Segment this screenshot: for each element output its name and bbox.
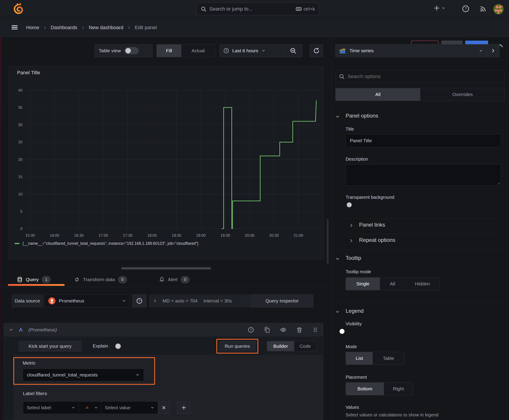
legend-mode-table[interactable]: Table bbox=[373, 352, 404, 365]
refresh-button[interactable] bbox=[310, 44, 323, 57]
collapse-options-pane-button[interactable] bbox=[487, 45, 499, 57]
metric-value: cloudflared_tunnel_total_requests bbox=[27, 372, 132, 378]
transform-icon bbox=[74, 277, 80, 283]
keyboard-icon bbox=[296, 6, 302, 12]
news-rss-icon[interactable] bbox=[479, 5, 487, 13]
panel-links-row[interactable]: Panel links bbox=[359, 222, 385, 228]
datasource-label-chip: Data source bbox=[12, 294, 43, 307]
chevron-down-icon bbox=[72, 406, 75, 409]
pane-divider[interactable] bbox=[332, 37, 332, 420]
options-tab-overrides[interactable]: Overrides bbox=[420, 88, 505, 101]
tab-transform-data[interactable]: Transform data 0 bbox=[74, 272, 127, 287]
tooltip-mode-all[interactable]: All bbox=[380, 278, 405, 290]
menu-hamburger-icon[interactable] bbox=[11, 23, 18, 31]
avatar[interactable] bbox=[493, 4, 504, 14]
options-search-input[interactable] bbox=[348, 74, 501, 79]
tooltip-chevron-icon[interactable] bbox=[335, 257, 340, 261]
scrollbar-thumb[interactable] bbox=[327, 219, 328, 264]
tab-alert[interactable]: Alert 0 bbox=[159, 272, 190, 287]
help-icon[interactable]: ? bbox=[462, 5, 470, 13]
expand-options-chevron-icon[interactable] bbox=[153, 299, 157, 303]
legend-values-label: Values bbox=[346, 405, 359, 410]
add-filter-button[interactable] bbox=[177, 401, 190, 414]
tooltip-mode-single[interactable]: Single bbox=[346, 278, 380, 290]
nav-divider bbox=[453, 6, 454, 12]
legend-placement-bottom[interactable]: Bottom bbox=[346, 382, 384, 395]
pane-resize-handle[interactable] bbox=[121, 267, 211, 270]
panel-links-chevron-icon[interactable] bbox=[349, 224, 353, 227]
svg-text:?: ? bbox=[464, 7, 467, 11]
svg-text:?: ? bbox=[138, 299, 140, 303]
query-datasource-hint: (Prometheus) bbox=[28, 327, 57, 332]
repeat-options-row[interactable]: Repeat options bbox=[359, 237, 395, 243]
chevron-right-icon bbox=[43, 26, 47, 29]
options-search bbox=[335, 70, 505, 83]
collapse-query-chevron-icon[interactable] bbox=[9, 328, 13, 332]
search-icon bbox=[201, 6, 206, 12]
code-mode[interactable]: Code bbox=[294, 341, 316, 351]
svg-text:40: 40 bbox=[18, 88, 23, 92]
legend-mode-list[interactable]: List bbox=[346, 352, 373, 365]
legend-placement-right[interactable]: Right bbox=[384, 382, 413, 395]
time-range-label: Last 6 hours bbox=[232, 48, 258, 53]
label-filter-select-value[interactable]: Select value bbox=[101, 401, 158, 414]
breadcrumb-new-dashboard[interactable]: New dashboard bbox=[89, 25, 123, 30]
add-button[interactable] bbox=[433, 5, 445, 11]
search-input[interactable] bbox=[209, 6, 293, 12]
resize-corner-icon bbox=[497, 181, 500, 185]
remove-filter-button[interactable] bbox=[158, 401, 170, 414]
svg-text:19:00: 19:00 bbox=[196, 233, 206, 238]
chevron-down-icon bbox=[151, 406, 154, 409]
grafana-logo[interactable] bbox=[12, 3, 25, 15]
panel-title-input[interactable] bbox=[346, 134, 501, 147]
fill-option[interactable]: Fill bbox=[157, 45, 181, 57]
datasource-help-button[interactable]: ? bbox=[132, 294, 146, 307]
duplicate-query-icon[interactable] bbox=[264, 327, 270, 333]
datasource-picker[interactable]: Prometheus bbox=[44, 294, 130, 307]
hide-response-eye-icon[interactable] bbox=[280, 327, 286, 333]
bell-icon bbox=[159, 277, 165, 283]
svg-text:35: 35 bbox=[18, 105, 23, 110]
metric-select[interactable]: cloudflared_tunnel_total_requests bbox=[23, 369, 144, 381]
panel-options-chevron-icon[interactable] bbox=[335, 114, 340, 119]
table-view-toggle[interactable] bbox=[124, 47, 139, 54]
legend-header[interactable]: Legend bbox=[346, 308, 364, 314]
query-inspector-button[interactable]: Query inspector bbox=[251, 294, 313, 307]
section-divider bbox=[332, 302, 509, 303]
svg-text:17:00: 17:00 bbox=[99, 233, 108, 238]
tooltip-mode-switch: Single All Hidden bbox=[346, 277, 440, 290]
legend-item[interactable]: {__name__="cloudflared_tunnel_total_requ… bbox=[15, 241, 198, 246]
legend-chevron-icon[interactable] bbox=[335, 310, 340, 314]
tooltip-header[interactable]: Tooltip bbox=[346, 255, 361, 261]
options-tab-all[interactable]: All bbox=[335, 88, 420, 101]
viz-select[interactable]: Time series bbox=[335, 45, 486, 57]
run-queries-button[interactable]: Run queries bbox=[219, 341, 256, 351]
svg-text:30: 30 bbox=[18, 123, 23, 127]
delete-query-trash-icon[interactable] bbox=[296, 327, 303, 333]
breadcrumb-dashboards[interactable]: Dashboards bbox=[51, 25, 77, 30]
panel-options-header[interactable]: Panel options bbox=[346, 113, 378, 119]
label-filter-operator[interactable]: = bbox=[79, 401, 101, 414]
kickstart-query-button[interactable]: Kick start your query bbox=[19, 341, 82, 351]
svg-text:0: 0 bbox=[20, 227, 23, 231]
svg-text:18:00: 18:00 bbox=[147, 233, 157, 238]
description-textarea[interactable] bbox=[346, 164, 501, 186]
time-series-chart[interactable]: 051015202530354015:3016:0016:3017:0017:3… bbox=[9, 66, 324, 260]
drag-handle-grip-icon[interactable] bbox=[312, 327, 318, 333]
repeat-options-chevron-icon[interactable] bbox=[349, 239, 353, 243]
svg-text:19:30: 19:30 bbox=[220, 233, 230, 238]
tooltip-mode-hidden[interactable]: Hidden bbox=[405, 278, 440, 290]
actual-option[interactable]: Actual bbox=[181, 45, 215, 57]
time-range-picker[interactable]: Last 6 hours bbox=[220, 45, 284, 57]
zoom-out-button[interactable] bbox=[284, 45, 302, 57]
label-filter-select-label[interactable]: Select label bbox=[23, 401, 79, 414]
global-search: ctrl+k bbox=[197, 3, 319, 15]
metric-label: Metric bbox=[23, 360, 36, 366]
query-help-icon[interactable]: ? bbox=[248, 327, 254, 333]
chevron-down-icon bbox=[261, 49, 266, 53]
breadcrumb-home[interactable]: Home bbox=[26, 25, 39, 30]
divider bbox=[346, 234, 501, 234]
builder-mode[interactable]: Builder bbox=[267, 341, 294, 351]
series-color-dash bbox=[15, 243, 20, 244]
svg-text:25: 25 bbox=[18, 140, 23, 144]
